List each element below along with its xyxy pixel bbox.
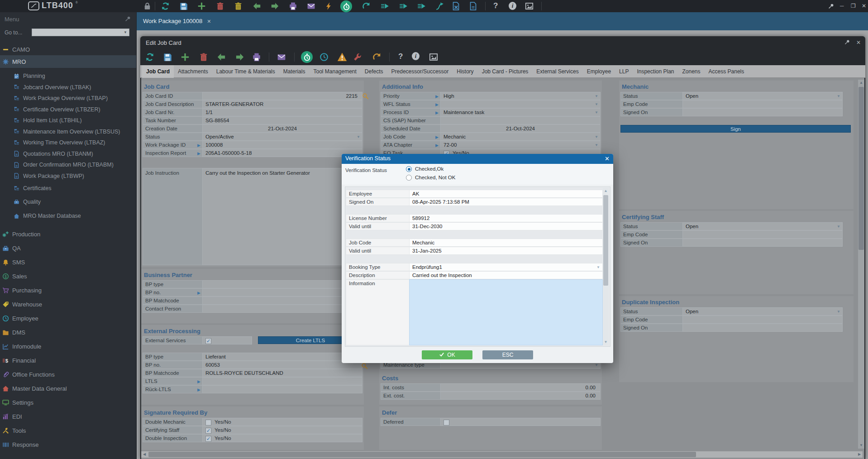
close-icon[interactable]: ✕ — [856, 39, 861, 46]
sidebar-item-quality[interactable]: Quality — [0, 196, 136, 208]
search-icon[interactable] — [361, 363, 368, 369]
delete-icon[interactable] — [216, 2, 224, 10]
link-arrow-icon[interactable]: ▶ — [435, 101, 439, 108]
sidebar-item-working-time-overview[interactable]: Working Time Overview (LTBAZ) — [0, 137, 136, 148]
sidebar-item-warehouse[interactable]: Warehouse — [0, 297, 136, 311]
delete-icon[interactable] — [199, 53, 208, 62]
link-arrow-icon[interactable]: ▶ — [197, 378, 200, 385]
print-icon[interactable] — [289, 2, 297, 10]
purge-icon[interactable] — [234, 2, 243, 10]
help-icon[interactable]: ? — [493, 1, 498, 10]
save-icon[interactable] — [163, 53, 172, 62]
deferred-checkbox[interactable] — [444, 420, 449, 426]
pin-icon[interactable] — [828, 3, 834, 9]
link-arrow-icon[interactable]: ▶ — [197, 386, 200, 393]
sidebar-item-office-functions[interactable]: Office Functions — [0, 368, 136, 382]
ok-button[interactable]: OK — [422, 350, 472, 359]
sidebar-item-mro-master-database[interactable]: MRO Master Database — [0, 210, 136, 222]
sidebar-item-infomodule[interactable]: Infomodule — [0, 339, 136, 354]
scroll-down-icon[interactable]: ▼ — [603, 339, 609, 345]
sidebar-item-certificates[interactable]: Certificates — [0, 183, 136, 194]
tab-history[interactable]: History — [453, 65, 477, 78]
search-icon[interactable] — [362, 93, 369, 100]
sidebar-item-dms[interactable]: DMS — [0, 325, 136, 339]
link-arrow-icon[interactable]: ▶ — [197, 142, 200, 149]
info-icon[interactable]: i — [509, 2, 516, 10]
certifying-staff-checkbox[interactable]: ✓ — [205, 428, 211, 434]
tab-llp[interactable]: LLP — [615, 65, 633, 78]
sidebar-item-jobcard-overview[interactable]: Jobcard Overview (LTBAK) — [0, 82, 136, 93]
refresh-icon[interactable] — [145, 53, 154, 62]
radio-checked-not-ok[interactable] — [406, 175, 412, 181]
vertical-scrollbar[interactable]: ▲ ▼ — [858, 80, 864, 449]
sidebar-item-certificate-overview[interactable]: Certificate Overview (LTBZER) — [0, 104, 136, 115]
tab-predecessor-successor[interactable]: Predecessor/Successor — [387, 65, 453, 78]
tab-access-panels[interactable]: Access Panels — [705, 65, 749, 78]
forward-document-2-icon[interactable] — [399, 2, 408, 10]
redo-icon[interactable] — [372, 53, 382, 62]
pin-icon[interactable] — [844, 39, 850, 45]
link-arrow-icon[interactable]: ▶ — [197, 289, 200, 296]
scroll-right-icon[interactable]: ▶ — [856, 451, 863, 458]
radio-checked-ok[interactable] — [406, 166, 412, 172]
forward-icon[interactable] — [271, 2, 279, 10]
minimize-icon[interactable]: ─ — [840, 3, 844, 9]
forward-document-3-icon[interactable] — [417, 2, 426, 10]
link-arrow-icon[interactable]: ▶ — [435, 93, 439, 100]
close-icon[interactable]: ✕ — [862, 3, 866, 9]
sidebar-item-maintenance-item-overview[interactable]: Maintenance Item Overview (LTBSUS) — [0, 126, 136, 138]
back-icon[interactable] — [217, 53, 226, 62]
scroll-up-icon[interactable]: ▲ — [603, 188, 609, 194]
esc-button[interactable]: ESC — [482, 350, 533, 359]
tab-job-card[interactable]: Job Card — [142, 65, 174, 78]
sidebar-item-qa[interactable]: QA — [0, 241, 136, 255]
help-icon[interactable]: ? — [398, 52, 403, 61]
tab-materials[interactable]: Materials — [279, 65, 310, 78]
horizontal-scrollbar[interactable]: ◀ ▶ — [141, 451, 863, 458]
image-icon[interactable] — [525, 2, 534, 10]
tab-defects[interactable]: Defects — [361, 65, 387, 78]
sidebar-item-edi[interactable]: EDI — [0, 410, 136, 424]
lock-icon[interactable] — [143, 2, 152, 10]
tab-external-services[interactable]: External Services — [532, 65, 582, 78]
maximize-icon[interactable]: ❐ — [851, 3, 856, 9]
sidebar-item-production[interactable]: Production — [0, 227, 136, 241]
add-icon[interactable] — [181, 53, 190, 62]
tab-tool-management[interactable]: Tool Management — [309, 65, 360, 78]
tab-labour-time-materials[interactable]: Labour Time & Materials — [212, 65, 279, 78]
image-icon[interactable] — [429, 53, 438, 62]
warning-icon[interactable] — [337, 52, 347, 62]
stopwatch-icon[interactable] — [340, 0, 352, 12]
link-arrow-icon[interactable]: ▶ — [435, 134, 439, 141]
external-services-checkbox[interactable]: ✓ — [205, 338, 211, 344]
flash-icon[interactable] — [324, 2, 333, 10]
sidebar-item-camo[interactable]: CAMO — [0, 43, 136, 55]
tab-inspection-plan[interactable]: Inspection Plan — [633, 65, 678, 78]
tab-attachments[interactable]: Attachments — [174, 65, 212, 78]
goto-select[interactable]: ▼ — [32, 29, 129, 36]
mail-icon[interactable] — [307, 2, 315, 10]
sidebar-item-financial[interactable]: Financial — [0, 354, 136, 368]
mail-icon[interactable] — [277, 53, 286, 62]
tab-employee[interactable]: Employee — [583, 65, 615, 78]
refresh-icon[interactable] — [161, 2, 170, 10]
save-icon[interactable] — [179, 2, 188, 10]
document-remove-icon[interactable] — [452, 2, 460, 10]
tab-work-package[interactable]: Work Package 100008✕ — [143, 12, 211, 30]
sidebar-item-hold-item-list[interactable]: Hold Item List (LTBHIL) — [0, 115, 136, 126]
scroll-left-icon[interactable]: ◀ — [141, 451, 148, 458]
back-icon[interactable] — [253, 2, 261, 10]
sidebar-item-employee[interactable]: Employee — [0, 311, 136, 325]
redo-icon[interactable] — [362, 2, 371, 10]
wrench-icon[interactable] — [353, 53, 362, 62]
dialog-scrollbar[interactable]: ▲ ▼ — [603, 188, 609, 345]
sign-button[interactable]: Sign — [620, 125, 851, 133]
sidebar-item-quotations-mro[interactable]: Quotations MRO (LTBANM) — [0, 148, 136, 160]
sidebar-item-tools[interactable]: Tools — [0, 424, 136, 438]
sidebar-item-sms[interactable]: SMS — [0, 255, 136, 269]
sidebar-item-settings[interactable]: Settings — [0, 396, 136, 410]
link-arrow-icon[interactable]: ▶ — [197, 150, 200, 157]
document-icon[interactable] — [469, 2, 477, 10]
branch-icon[interactable] — [435, 2, 444, 10]
sidebar-item-planning[interactable]: Planning — [0, 71, 136, 82]
